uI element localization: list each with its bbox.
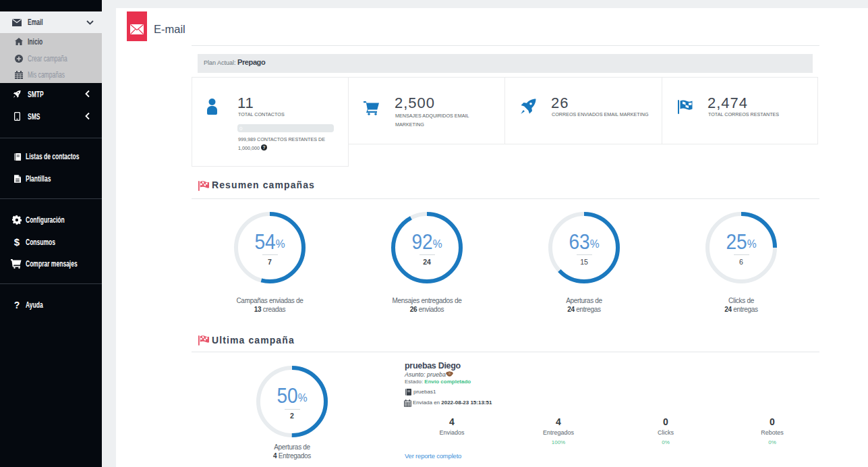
svg-text:?: ? <box>262 145 265 150</box>
